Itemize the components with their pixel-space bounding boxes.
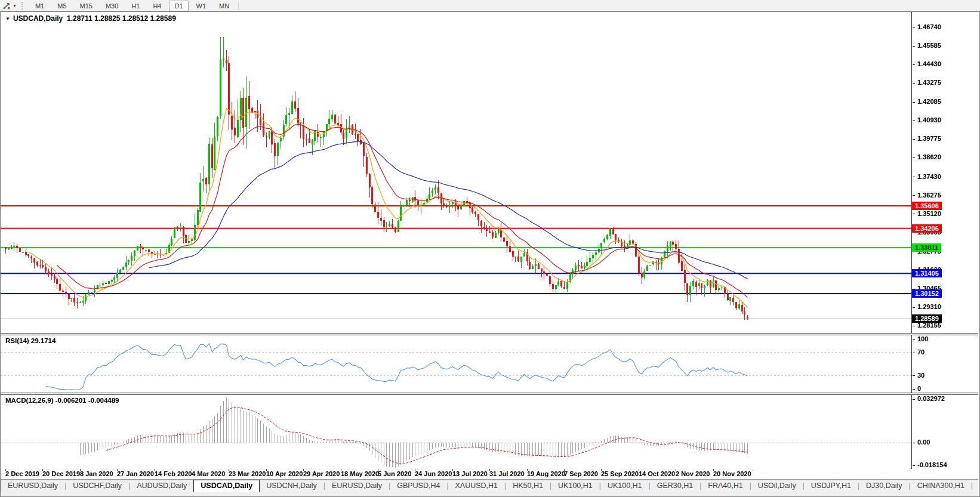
toolbar-separator <box>238 2 239 10</box>
trading-platform-window: ▼ M1M5M15M30H1H4D1W1MN ▼USDCAD,Daily 1.2… <box>0 0 980 497</box>
price-level-badge[interactable]: 1.31405 <box>912 269 942 277</box>
bottom-tab-GBPUSD-H4[interactable]: GBPUSD,H4 <box>390 480 446 492</box>
date-label: 20 Dec 2019 <box>42 470 80 477</box>
date-label: 14 Feb 2020 <box>155 470 192 477</box>
bottom-tab-USOil-Daily[interactable]: USOil,Daily <box>751 480 803 492</box>
price-level-badge[interactable]: 1.34206 <box>912 224 942 233</box>
bottom-tab-AUDUSD-Daily[interactable]: AUDUSD,Daily <box>130 480 193 492</box>
top-toolbar: ▼ M1M5M15M30H1H4D1W1MN <box>0 0 980 12</box>
axis-tick-label: 1.38620 <box>913 153 941 161</box>
axis-tick-label: 30 <box>913 372 924 379</box>
chart-ohlc-values: 1.28711 1.28825 1.28512 1.28589 <box>67 14 176 23</box>
date-label: 2 Dec 2019 <box>5 470 39 477</box>
axis-tick-label: -0.018154 <box>913 461 947 469</box>
macd-pane[interactable]: MACD(12,26,9) -0.006201 -0.004489 0.0329… <box>1 395 978 469</box>
macd-histogram <box>81 397 748 468</box>
date-label: 13 Jul 2020 <box>452 470 488 477</box>
date-label: 19 Aug 2020 <box>527 470 565 477</box>
date-label: 14 Oct 2020 <box>639 470 675 477</box>
rsi-pane[interactable]: RSI(14) 29.1714 10070300 <box>1 335 978 393</box>
moving-average-line-50 <box>149 142 748 279</box>
macd-label: MACD(12,26,9) -0.006201 -0.004489 <box>5 397 119 404</box>
date-label: 18 May 2020 <box>341 470 379 477</box>
axis-tick-label: 1.43275 <box>913 79 941 87</box>
price-pane[interactable]: ▼USDCAD,Daily 1.28711 1.28825 1.28512 1.… <box>1 12 978 333</box>
timeframe-button-W1[interactable]: W1 <box>191 1 212 11</box>
axis-tick-label: 100 <box>913 335 928 343</box>
date-label: 20 Nov 2020 <box>713 470 751 477</box>
macd-axis[interactable]: 0.0329720.00-0.018154 <box>911 395 978 469</box>
candle-bodies <box>5 58 748 319</box>
date-label: 2 Nov 2020 <box>676 470 710 477</box>
axis-tick-label: 1.28155 <box>913 322 941 329</box>
bottom-tab-DJ30-Daily[interactable]: DJ30,Daily <box>859 480 908 492</box>
bottom-tab-USDCAD-Daily[interactable]: USDCAD,Daily <box>193 480 260 492</box>
timeframe-button-M5[interactable]: M5 <box>52 1 72 11</box>
bottom-tab-CHINA300-H1[interactable]: CHINA300,H1 <box>911 480 971 492</box>
chevron-down-icon[interactable]: ▼ <box>13 4 17 8</box>
bottom-tab-EURUSD-Daily[interactable]: EURUSD,Daily <box>325 480 389 492</box>
date-label: 10 Apr 2020 <box>266 470 303 477</box>
moving-average-line-8 <box>29 109 748 308</box>
timeframe-button-D1[interactable]: D1 <box>169 1 188 11</box>
price-level-badge[interactable]: 1.30152 <box>912 289 942 298</box>
timeframe-button-H4[interactable]: H4 <box>147 1 167 11</box>
date-label: 27 Jan 2020 <box>117 470 154 477</box>
timeframe-button-M1[interactable]: M1 <box>30 1 50 11</box>
axis-tick-label: 1.35120 <box>913 210 941 218</box>
bottom-tab-FRA40-H1[interactable]: FRA40,H1 <box>701 480 749 492</box>
date-label: 5 Jun 2020 <box>378 470 411 477</box>
axis-tick-label: 1.39775 <box>913 135 941 143</box>
bottom-tab-USOil-H1[interactable]: USOil,H1 <box>973 480 978 492</box>
axis-tick-label: 1.40930 <box>913 116 941 124</box>
date-label: 23 Mar 2020 <box>229 470 266 477</box>
chart-window: ▼USDCAD,Daily 1.28711 1.28825 1.28512 1.… <box>0 11 980 497</box>
axis-tick-label: 0.00 <box>913 439 930 446</box>
price-level-badge[interactable]: 1.35606 <box>912 202 942 210</box>
bottom-tab-USDJPY-H1[interactable]: USDJPY,H1 <box>805 480 858 492</box>
date-label: 31 Jul 2020 <box>489 470 525 477</box>
date-label: 25 Sep 2020 <box>601 470 639 477</box>
axis-tick-label: 70 <box>913 348 924 356</box>
bottom-tab-XAUUSD-H1[interactable]: XAUUSD,H1 <box>449 480 505 492</box>
axis-tick-label: 0 <box>913 385 921 393</box>
bottom-tab-UK100-H1[interactable]: UK100,H1 <box>551 480 599 492</box>
candlestick-plot[interactable] <box>1 12 911 333</box>
axis-tick-label: 1.42085 <box>913 98 941 106</box>
bottom-tab-UK100-H1[interactable]: UK100,H1 <box>601 480 649 492</box>
axis-tick-label: 1.46740 <box>913 23 941 31</box>
rsi-axis[interactable]: 10070300 <box>911 335 978 393</box>
chart-symbol-label: USDCAD,Daily <box>13 14 63 23</box>
date-label: 8 Jan 2020 <box>80 470 113 477</box>
bottom-tab-USDCHF-Daily[interactable]: USDCHF,Daily <box>66 480 128 492</box>
macd-signal-line <box>106 408 748 464</box>
date-label: 29 Apr 2020 <box>303 470 340 477</box>
axis-tick-label: 1.45585 <box>913 42 941 50</box>
axis-tick-label: 1.44430 <box>913 60 941 68</box>
current-price-badge[interactable]: 1.28589 <box>912 314 942 323</box>
price-level-badge[interactable]: 1.33011 <box>912 243 941 252</box>
rsi-line <box>46 344 748 390</box>
price-axis[interactable]: 1.467401.455851.444301.432751.420851.409… <box>911 12 978 333</box>
bottom-tab-EURUSD-Daily[interactable]: EURUSD,Daily <box>1 480 64 492</box>
time-axis[interactable]: 2 Dec 201920 Dec 20198 Jan 202027 Jan 20… <box>1 469 978 479</box>
bottom-tab-GER30-H1[interactable]: GER30,H1 <box>651 480 699 492</box>
rsi-plot[interactable] <box>1 335 911 393</box>
date-label: 7 Sep 2020 <box>564 470 598 477</box>
axis-tick-label: 1.36275 <box>913 192 941 199</box>
toolbar-grip <box>21 2 24 10</box>
bottom-tab-USDCNH-Daily[interactable]: USDCNH,Daily <box>260 480 323 492</box>
chart-title-marker-icon[interactable]: ▼ <box>5 16 10 21</box>
timeframe-button-M30[interactable]: M30 <box>100 1 124 11</box>
date-label: 4 Mar 2020 <box>192 470 225 477</box>
bottom-tab-HK50-H1[interactable]: HK50,H1 <box>506 480 550 492</box>
timeframe-button-MN[interactable]: MN <box>214 1 235 11</box>
timeframe-button-H1[interactable]: H1 <box>126 1 145 11</box>
axis-tick-label: 1.29310 <box>913 303 941 311</box>
chart-tools-icon[interactable] <box>2 1 11 10</box>
date-label: 24 Jun 2020 <box>415 470 452 477</box>
rsi-label: RSI(14) 29.1714 <box>5 337 56 344</box>
axis-tick-label: 0.032972 <box>913 395 945 403</box>
timeframe-button-M15[interactable]: M15 <box>75 1 98 11</box>
macd-plot[interactable] <box>1 395 911 469</box>
